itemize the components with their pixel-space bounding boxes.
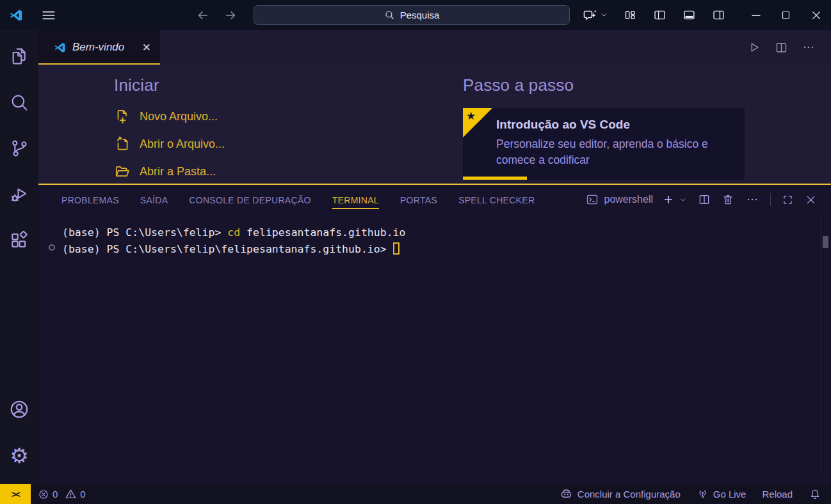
navigate-back-icon[interactable] [196,0,210,30]
go-live-item[interactable]: Go Live [697,488,746,500]
more-actions-icon[interactable] [802,40,816,54]
new-file-icon [114,108,131,125]
vscode-window: Pesquisa [0,0,831,504]
open-folder-label: Abrir a Pasta... [140,165,216,178]
new-terminal-icon[interactable]: + [664,192,673,207]
panel-tab-problems[interactable]: PROBLEMAS [61,186,119,213]
navigate-forward-icon[interactable] [223,0,238,30]
terminal-scrollbar-track [821,214,821,475]
panel-tab-output[interactable]: SAÍDA [140,186,168,213]
run-debug-icon[interactable] [0,175,38,214]
terminal-view[interactable]: (base) PS C:\Users\felip> cd felipesanta… [38,214,831,484]
error-icon [38,489,49,500]
reload-item[interactable]: Reload [762,489,793,500]
customize-layout-icon[interactable] [624,8,637,22]
warning-icon [65,488,77,500]
bell-icon [809,488,821,501]
copilot-chat-icon [583,8,598,23]
terminal-icon [586,193,599,206]
run-button[interactable] [747,40,761,54]
window-maximize-button[interactable] [771,0,801,30]
problems-status[interactable]: 0 0 [38,488,86,500]
source-control-icon[interactable] [0,129,38,168]
start-links: Novo Arquivo... Abrir o Arquivo... [114,108,225,180]
tab-label: Bem-vindo [72,41,133,54]
reload-label: Reload [762,489,793,500]
remote-icon: >< [12,489,19,500]
new-file-label: Novo Arquivo... [140,110,218,123]
terminal-line: (base) PS C:\Users\felip> cd felipesanta… [62,224,831,241]
open-file-label: Abrir o Arquivo... [140,138,225,151]
panel-more-actions-icon[interactable] [745,193,759,207]
open-folder-icon [114,163,131,180]
hamburger-menu-icon[interactable] [40,7,57,24]
panel-tab-ports[interactable]: PORTAS [400,186,437,213]
close-panel-icon[interactable] [805,194,817,206]
tab-welcome[interactable]: Bem-vindo ✕ [38,30,160,65]
title-bar: Pesquisa [0,0,831,30]
start-heading: Iniciar [114,75,225,95]
command-decoration-icon[interactable] [49,244,55,251]
walkthrough-card-description: Personalize seu editor, aprenda o básico… [496,136,733,168]
new-file-link[interactable]: Novo Arquivo... [114,108,225,125]
bottom-panel: PROBLEMAS SAÍDA CONSOLE DE DEPURAÇÃO TER… [38,185,831,484]
open-file-icon [114,136,131,152]
walkthrough-card-title: Introdução ao VS Code [496,118,733,132]
search-sidebar-icon[interactable] [0,83,38,122]
toggle-sidebar-icon[interactable] [653,8,666,22]
toggle-panel-icon[interactable] [682,8,696,22]
star-icon: ★ [466,109,476,123]
window-close-button[interactable] [801,0,831,30]
split-terminal-icon[interactable] [698,193,711,206]
gear-glyph: ⚙ [10,445,29,466]
explorer-icon[interactable] [0,36,38,76]
command-center-search[interactable]: Pesquisa [254,5,570,25]
panel-tab-terminal[interactable]: TERMINAL [332,186,379,213]
toggle-secondary-sidebar-icon[interactable] [712,8,725,22]
walkthrough-section: Passo a passo ★ Introdução ao VS Code Pe… [463,75,745,180]
terminal-dropdown-icon[interactable] [679,196,687,204]
remote-indicator[interactable]: >< [0,484,31,504]
split-editor-icon[interactable] [775,41,788,54]
terminal-scrollbar-thumb[interactable] [823,236,828,248]
error-count: 0 [52,489,58,500]
account-icon[interactable] [0,390,38,429]
finish-setup-label: Concluir a Configuração [577,489,681,500]
open-folder-link[interactable]: Abrir a Pasta... [114,163,225,180]
welcome-page: Iniciar Novo Arquivo... [38,65,831,184]
walkthrough-heading: Passo a passo [463,75,745,95]
tab-bar: Bem-vindo ✕ [38,30,831,65]
status-bar: >< 0 0 Concluir [0,484,831,504]
panel-header: PROBLEMAS SAÍDA CONSOLE DE DEPURAÇÃO TER… [38,185,831,214]
activity-bar: ⚙ [0,30,38,484]
maximize-panel-icon[interactable] [782,194,794,206]
terminal-line: (base) PS C:\Users\felip\felipesantanafs… [62,241,831,258]
title-bar-right [583,0,831,30]
terminal-output: (base) PS C:\Users\felip> cd felipesanta… [38,214,831,258]
window-minimize-button[interactable] [741,0,771,30]
extensions-icon[interactable] [0,221,38,260]
chevron-down-icon [600,11,608,19]
shell-label: powershell [604,194,653,205]
layout-controls [624,8,725,22]
panel-actions: powershell + [586,185,831,214]
walkthrough-progress-bar [463,177,527,180]
editor-group: Bem-vindo ✕ Iniciar [38,30,831,484]
notifications-item[interactable] [809,488,821,501]
shell-selector[interactable]: powershell [586,193,653,206]
kill-terminal-icon[interactable] [722,193,734,206]
settings-gear-icon[interactable]: ⚙ [0,436,38,475]
walkthrough-card-body: Introdução ao VS Code Personalize seu ed… [463,108,745,168]
terminal-cursor [393,242,399,255]
go-live-label: Go Live [713,489,746,500]
finish-setup-item[interactable]: Concluir a Configuração [560,487,681,501]
panel-tab-spell-checker[interactable]: SPELL CHECKER [458,186,535,213]
tab-close-icon[interactable]: ✕ [140,41,154,54]
panel-tab-debug-console[interactable]: CONSOLE DE DEPURAÇÃO [189,186,311,213]
open-file-link[interactable]: Abrir o Arquivo... [114,136,225,152]
copilot-menu[interactable] [583,8,608,23]
tab-vscode-icon [54,42,66,54]
walkthrough-card[interactable]: ★ Introdução ao VS Code Personalize seu … [463,108,745,180]
panel-actions-divider [770,193,771,206]
editor-actions [747,30,831,65]
